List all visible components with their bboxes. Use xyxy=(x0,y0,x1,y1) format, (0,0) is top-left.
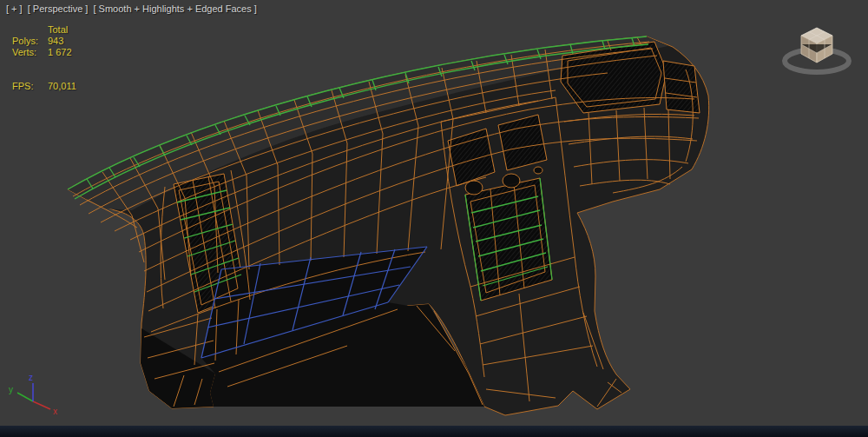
stats-verts-label: Verts: xyxy=(12,47,48,58)
stats-polys-label: Polys: xyxy=(12,36,48,47)
viewport-menu-shading[interactable]: [ Smooth + Highlights + Edged Faces ] xyxy=(93,3,256,14)
stats-polys-row: Polys: 943 xyxy=(12,36,76,47)
viewport-canvas[interactable]: x y z xyxy=(0,0,868,437)
stats-verts-value: 1 672 xyxy=(48,47,72,58)
viewcube[interactable] xyxy=(785,28,849,72)
stats-fps-label: FPS: xyxy=(12,81,48,92)
axis-label-x: x xyxy=(53,407,57,416)
viewport-menu-general[interactable]: [ + ] xyxy=(6,3,23,14)
right-side-vent xyxy=(663,61,700,113)
stats-verts-row: Verts: 1 672 xyxy=(12,47,76,58)
axis-label-z: z xyxy=(29,373,33,382)
statistics-overlay: Total Polys: 943 Verts: 1 672 FPS: 70,01… xyxy=(12,24,76,92)
axis-label-y: y xyxy=(9,385,13,394)
stats-polys-value: 943 xyxy=(48,36,63,47)
stats-fps-value: 70,011 xyxy=(48,81,76,92)
world-axis-tripod: x y z xyxy=(9,373,57,416)
viewport-menu-pov[interactable]: [ Perspective ] xyxy=(28,3,89,14)
stats-total-row: Total xyxy=(12,24,76,36)
center-vent-right xyxy=(498,115,547,170)
stats-fps-row: FPS: 70,011 xyxy=(12,81,76,92)
bottom-edge-strip xyxy=(0,426,868,437)
viewport-label: [ + ] [ Perspective ] [ Smooth + Highlig… xyxy=(6,3,260,14)
dashboard-model[interactable] xyxy=(68,36,709,415)
viewport[interactable]: x y z [ + ] [ Perspective ] [ Smooth + H… xyxy=(0,0,868,437)
stats-total-label: Total xyxy=(48,24,68,36)
